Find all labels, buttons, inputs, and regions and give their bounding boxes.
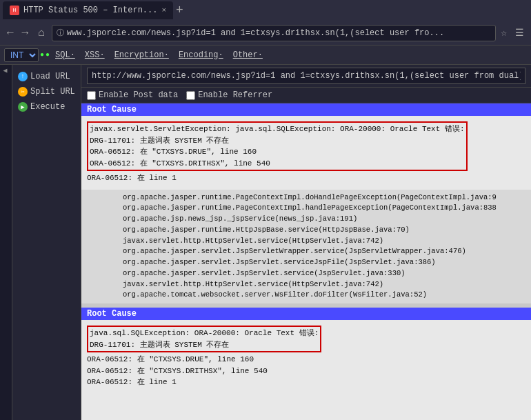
root-cause-header-1: Root Cause	[81, 103, 531, 116]
stack-line-1-4: javax.servlet.http.HttpServlet.service(H…	[123, 236, 525, 247]
enable-post-text: Enable Post data	[99, 90, 178, 100]
tab-bar: H HTTP Status 500 – Intern... × +	[0, 0, 531, 21]
active-tab[interactable]: H HTTP Status 500 – Intern... ×	[3, 1, 173, 19]
stack-line-1-7: org.apache.jasper.servlet.JspServlet.ser…	[123, 268, 525, 279]
toolbar: INT ● ● SQL· XSS· Encryption· Encoding· …	[0, 46, 531, 65]
side-actions-panel: ↑ Load URL ✂ Split URL ▶ Execute	[12, 65, 81, 420]
tab-close-button[interactable]: ×	[161, 6, 166, 14]
options-bar: Enable Post data Enable Referrer	[81, 88, 531, 103]
main-area: ▶ ↑ Load URL ✂ Split URL ▶ Execute Enabl…	[0, 65, 531, 420]
load-url-button[interactable]: ↑ Load URL	[15, 70, 78, 83]
stack-line-1-3: org.apache.jasper.runtime.HttpJspBase.se…	[123, 225, 525, 236]
tab-favicon: H	[10, 6, 19, 15]
stack-line-1-2: org.apache.jsp.news_jsp._jspService(news…	[123, 214, 525, 225]
home-button[interactable]: ⌂	[34, 26, 49, 41]
split-url-icon: ✂	[18, 87, 28, 97]
new-tab-button[interactable]: +	[176, 3, 183, 17]
error-block-1: javax.servlet.ServletException: java.sql…	[81, 119, 531, 190]
back-button[interactable]: ←	[4, 26, 17, 41]
lock-icon: ⓘ	[57, 28, 64, 38]
error-line-1-2: ORA-06512: 在 "CTXSYS.DRUE", line 160	[90, 146, 465, 158]
tab-label: HTTP Status 500 – Intern...	[23, 6, 157, 15]
error-line-1-0: javax.servlet.ServletException: java.sql…	[90, 123, 465, 135]
enable-referrer-text: Enable Referrer	[198, 90, 272, 100]
execute-icon: ▶	[18, 102, 28, 112]
error-line-1-4: ORA-06512: 在 line 1	[87, 172, 525, 184]
encryption-button[interactable]: Encryption·	[110, 49, 173, 61]
error-content: Root Cause javax.servlet.ServletExceptio…	[81, 103, 531, 420]
stack-line-1-6: org.apache.jasper.servlet.JspServlet.ser…	[123, 257, 525, 268]
stack-line-1-0: org.apache.jasper.runtime.PageContextImp…	[123, 192, 525, 203]
load-url-label: Load URL	[30, 72, 70, 81]
execute-label: Execute	[30, 102, 65, 112]
left-panel: ▶	[0, 65, 12, 420]
split-url-button[interactable]: ✂ Split URL	[15, 86, 78, 98]
stack-trace-1: org.apache.jasper.runtime.PageContextImp…	[81, 190, 531, 304]
error-highlight-box-2: java.sql.SQLException: ORA-20000: Oracle…	[87, 326, 321, 352]
error-line-2-2: ORA-06512: 在 "CTXSYS.DRUE", line 160	[87, 354, 525, 366]
enable-post-label[interactable]: Enable Post data	[87, 90, 178, 100]
error-line-1-1: DRG-11701: 主题词表 SYSTEM 不存在	[90, 135, 465, 147]
error-line-2-3: ORA-06512: 在 "CTXSYS.DRITHSX", line 540	[87, 366, 525, 377]
error-line-2-0: java.sql.SQLException: ORA-20000: Oracle…	[90, 328, 319, 339]
stack-line-1-5: org.apache.jasper.servlet.JspServletWrap…	[123, 246, 525, 257]
sql-button[interactable]: SQL·	[51, 49, 79, 61]
content-area: Enable Post data Enable Referrer Root Ca…	[81, 65, 531, 420]
status-dot-1: ●	[40, 51, 44, 59]
address-bar: ← → ⌂ ⓘ www.jsporcle.com/news.jsp?id=1 a…	[0, 21, 531, 46]
status-dot-2: ●	[46, 51, 50, 59]
forward-button[interactable]: →	[19, 26, 32, 41]
error-block-2: java.sql.SQLException: ORA-20000: Oracle…	[81, 323, 531, 394]
load-url-icon: ↑	[18, 72, 28, 81]
other-button[interactable]: Other·	[229, 49, 267, 61]
stack-line-1-1: org.apache.jasper.runtime.PageContextImp…	[123, 203, 525, 214]
stack-line-1-9: org.apache.tomcat.websocket.server.WsFil…	[123, 290, 525, 301]
error-line-1-3: ORA-06512: 在 "CTXSYS.DRITHSX", line 540	[90, 158, 465, 170]
enable-referrer-label[interactable]: Enable Referrer	[186, 90, 272, 100]
split-url-label: Split URL	[30, 87, 75, 97]
address-text: www.jsporcle.com/news.jsp?id=1 and 1=ctx…	[67, 28, 444, 38]
enable-referrer-checkbox[interactable]	[186, 91, 195, 100]
address-display: ⓘ www.jsporcle.com/news.jsp?id=1 and 1=c…	[52, 25, 496, 41]
left-icon-1: ▶	[2, 68, 10, 75]
url-input-bar	[81, 65, 531, 88]
error-highlight-box-1: javax.servlet.ServletException: java.sql…	[87, 121, 468, 171]
url-input[interactable]	[87, 68, 525, 84]
int-dropdown[interactable]: INT	[4, 48, 39, 62]
root-cause-header-2: Root Cause	[81, 308, 531, 320]
encoding-button[interactable]: Encoding·	[174, 49, 228, 61]
stack-line-1-8: javax.servlet.http.HttpServlet.service(H…	[123, 279, 525, 290]
menu-button[interactable]: ☰	[512, 26, 527, 40]
error-line-2-1: DRG-11701: 主题词表 SYSTEM 不存在	[90, 339, 319, 351]
execute-button[interactable]: ▶ Execute	[15, 101, 78, 113]
bookmark-button[interactable]: ☆	[499, 26, 510, 40]
enable-post-checkbox[interactable]	[87, 91, 96, 100]
error-line-2-4: ORA-06512: 在 line 1	[87, 377, 525, 388]
xss-button[interactable]: XSS·	[81, 49, 109, 61]
